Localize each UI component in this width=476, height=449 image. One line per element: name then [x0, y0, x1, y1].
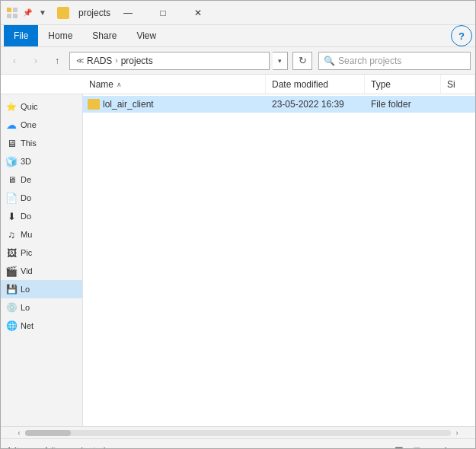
view-list-button[interactable]: ☰ — [391, 444, 407, 450]
back-button[interactable]: ‹ — [5, 52, 24, 70]
col-header-name[interactable]: Name ∧ — [83, 75, 266, 94]
svg-rect-3 — [13, 14, 18, 18]
breadcrumb-separator: › — [115, 56, 117, 65]
search-icon: 🔍 — [324, 56, 335, 66]
tab-home[interactable]: Home — [38, 25, 82, 46]
sidebar-label-docs: Do — [21, 193, 31, 202]
sidebar-item-onedrive[interactable]: ☁ One — [1, 116, 82, 134]
ribbon-tabs: File Home Share View ? — [1, 25, 475, 46]
sidebar-label-desktop: De — [21, 175, 31, 184]
sidebar-label-quick: Quic — [21, 102, 38, 111]
col-header-size[interactable]: Si — [441, 75, 475, 94]
file-name: lol_air_client — [103, 99, 154, 110]
sidebar-item-pictures[interactable]: 🖼 Pic — [1, 244, 82, 262]
sidebar-label-pc: This — [21, 139, 37, 148]
sidebar-item-local-disk[interactable]: 💾 Lo — [1, 280, 82, 298]
breadcrumb-rads[interactable]: RADS — [87, 56, 112, 66]
view-grid-button[interactable]: ⊞ — [410, 444, 425, 450]
window-title: projects — [78, 8, 110, 18]
table-row[interactable]: lol_air_client 23-05-2022 16:39 File fol… — [83, 96, 475, 113]
pictures-icon: 🖼 — [5, 247, 18, 259]
sidebar-item-downloads[interactable]: ⬇ Do — [1, 207, 82, 225]
file-date-cell: 23-05-2022 16:39 — [266, 99, 365, 110]
forward-button[interactable]: › — [27, 52, 45, 70]
status-bar-right: ☰ ⊞ wsxdn.com — [391, 444, 469, 450]
horizontal-scrollbar[interactable] — [25, 430, 451, 436]
sidebar: ⭐ Quic ☁ One 🖥 This 🧊 3D 🖥 De 📄 Do ⬇ Do … — [1, 94, 83, 426]
col-header-date[interactable]: Date modified — [266, 75, 365, 94]
sidebar-label-3d: 3D — [21, 157, 31, 166]
sidebar-label-one: One — [21, 120, 37, 129]
item-count: 1 item — [7, 446, 32, 450]
address-dropdown[interactable]: ▾ — [273, 52, 288, 70]
disk2-icon: 💿 — [5, 301, 18, 314]
sidebar-item-music[interactable]: ♫ Mu — [1, 225, 82, 244]
arrow-icon: ▼ — [37, 8, 48, 18]
music-icon: ♫ — [5, 228, 18, 240]
sidebar-label-net: Net — [21, 321, 34, 330]
sidebar-label-music: Mu — [21, 230, 32, 239]
sidebar-item-quick-access[interactable]: ⭐ Quic — [1, 97, 82, 116]
selected-count: 1 item selected — [44, 446, 106, 450]
video-icon: 🎬 — [5, 265, 18, 277]
sidebar-item-network[interactable]: 🌐 Net — [1, 317, 82, 335]
doc-icon: 📄 — [5, 192, 18, 204]
main-area: ⭐ Quic ☁ One 🖥 This 🧊 3D 🖥 De 📄 Do ⬇ Do … — [1, 94, 475, 426]
folder-icon — [57, 7, 69, 19]
column-headers: Name ∧ Date modified Type Si — [1, 75, 475, 94]
horizontal-scrollbar-area: ‹ › — [1, 426, 475, 438]
file-name-cell: lol_air_client — [83, 99, 266, 110]
cube-icon: 🧊 — [5, 155, 18, 167]
maximize-button[interactable]: □ — [145, 1, 180, 25]
svg-rect-2 — [7, 14, 11, 18]
title-bar-icons: 📌 ▼ projects — [7, 7, 110, 19]
close-button[interactable]: ✕ — [180, 1, 216, 25]
address-bar: ‹ › ↑ ≪ RADS › projects ▾ ↻ 🔍 Search pro… — [1, 47, 475, 75]
sidebar-item-documents[interactable]: 📄 Do — [1, 189, 82, 207]
star-icon: ⭐ — [5, 100, 18, 113]
sort-arrow-name: ∧ — [117, 81, 122, 88]
file-type-cell: File folder — [365, 99, 441, 110]
col-header-type[interactable]: Type — [365, 75, 441, 94]
pc-icon: 🖥 — [5, 137, 18, 149]
tab-file[interactable]: File — [4, 25, 38, 46]
download-icon: ⬇ — [5, 210, 18, 222]
breadcrumb-chevron: ≪ — [76, 56, 84, 65]
svg-rect-0 — [7, 8, 11, 12]
cloud-icon: ☁ — [5, 119, 18, 131]
scroll-left-button[interactable]: ‹ — [13, 427, 25, 439]
sidebar-item-desktop[interactable]: 🖥 De — [1, 170, 82, 189]
sidebar-label-pics: Pic — [21, 248, 32, 257]
title-bar-controls: — □ ✕ — [110, 1, 216, 25]
folder-icon — [88, 99, 100, 110]
sidebar-label-lo1: Lo — [21, 285, 30, 294]
svg-rect-1 — [13, 8, 18, 12]
title-bar: 📌 ▼ projects — □ ✕ — [1, 1, 475, 25]
desktop-icon: 🖥 — [5, 174, 18, 186]
up-button[interactable]: ↑ — [48, 52, 66, 70]
search-placeholder: Search projects — [338, 56, 401, 66]
pin-icon: 📌 — [22, 8, 33, 18]
sidebar-item-videos[interactable]: 🎬 Vid — [1, 262, 82, 280]
sidebar-item-3d-objects[interactable]: 🧊 3D — [1, 152, 82, 170]
system-icon — [7, 8, 18, 18]
sidebar-item-local-disk-2[interactable]: 💿 Lo — [1, 298, 82, 317]
status-bar: 1 item 1 item selected ☰ ⊞ wsxdn.com — [1, 438, 475, 449]
help-button[interactable]: ? — [451, 25, 472, 46]
tab-view[interactable]: View — [126, 25, 166, 46]
breadcrumb-projects[interactable]: projects — [121, 56, 153, 66]
refresh-button[interactable]: ↻ — [292, 52, 312, 70]
sidebar-label-lo2: Lo — [21, 303, 30, 312]
minimize-button[interactable]: — — [110, 1, 145, 25]
tab-share[interactable]: Share — [82, 25, 126, 46]
sidebar-item-this-pc[interactable]: 🖥 This — [1, 134, 82, 152]
network-icon: 🌐 — [5, 320, 18, 332]
scrollbar-thumb[interactable] — [25, 430, 71, 436]
disk-icon: 💾 — [5, 283, 18, 295]
sidebar-label-dl: Do — [21, 212, 31, 221]
address-path[interactable]: ≪ RADS › projects — [69, 52, 270, 70]
scroll-right-button[interactable]: › — [451, 427, 463, 439]
search-box[interactable]: 🔍 Search projects — [318, 52, 471, 70]
sidebar-label-vid: Vid — [21, 266, 33, 275]
ribbon: File Home Share View ? — [1, 25, 475, 47]
